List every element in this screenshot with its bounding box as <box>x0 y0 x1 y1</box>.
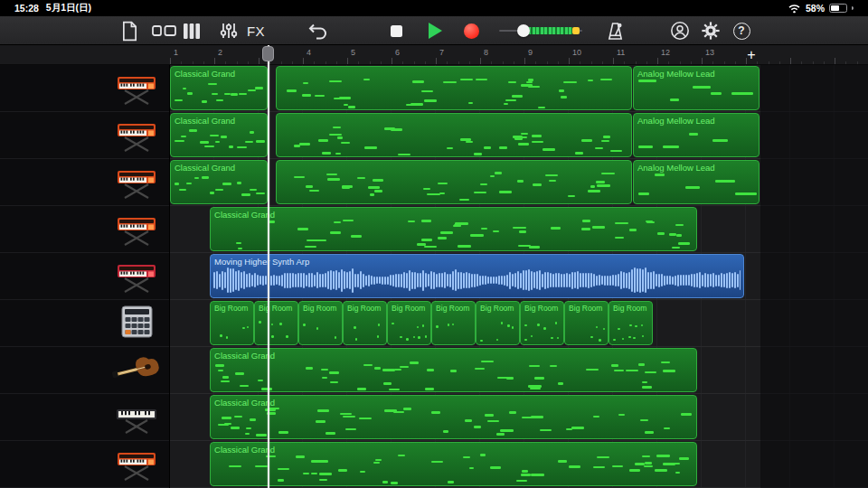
region-classical-grand[interactable]: Classical Grand <box>210 207 697 251</box>
keyboard-white-icon <box>111 397 162 438</box>
track-lane: Classical Grand <box>170 206 868 253</box>
record-button[interactable] <box>458 16 485 45</box>
keyboard-view-button[interactable] <box>180 16 203 45</box>
toolbar: FX <box>0 16 868 45</box>
track-header[interactable] <box>0 206 169 253</box>
ruler-tick <box>326 61 326 65</box>
tracks-view-toggle-button[interactable] <box>149 16 178 45</box>
metronome-button[interactable] <box>602 16 627 45</box>
track-header[interactable] <box>0 347 169 394</box>
region-label: Big Room <box>259 304 292 313</box>
undo-button[interactable] <box>306 16 331 45</box>
region-classical-grand[interactable]: Classical Grand <box>210 442 697 486</box>
status-bar: 15:28 5月1日(日) 58% <box>0 0 868 16</box>
my-songs-button[interactable] <box>116 16 143 45</box>
timeline-ruler[interactable]: 12345678910111213 + <box>0 45 868 65</box>
volume-meter-peak <box>572 27 580 34</box>
region-analog-mellow-lead[interactable]: Analog Mellow Lead <box>633 160 760 204</box>
fx-button[interactable]: FX <box>242 16 269 45</box>
ruler-tick <box>170 58 171 64</box>
region-big-room[interactable]: Big Room <box>254 301 298 345</box>
ruler-tick <box>524 58 525 64</box>
region-classical-grand[interactable]: Classical Grand <box>210 348 697 392</box>
playhead-line <box>268 45 269 488</box>
play-button[interactable] <box>421 16 448 45</box>
ruler-tick <box>469 61 470 65</box>
region-big-room[interactable]: Big Room <box>298 301 343 345</box>
metronome-icon <box>607 22 624 41</box>
add-bars-button[interactable]: + <box>741 45 761 65</box>
midi-notes <box>211 208 696 250</box>
ruler-tick <box>668 61 669 65</box>
settings-button[interactable] <box>698 16 723 45</box>
track-header[interactable] <box>0 159 169 206</box>
ruler-tick <box>779 61 780 65</box>
region-big-room[interactable]: Big Room <box>476 301 520 345</box>
region-big-room[interactable]: Big Room <box>520 301 564 345</box>
region-midi[interactable] <box>276 113 633 157</box>
region-big-room[interactable]: Big Room <box>431 301 476 345</box>
ruler-tick <box>680 61 681 65</box>
region-label: Classical Grand <box>214 398 275 408</box>
playhead-handle[interactable] <box>262 46 274 61</box>
track-header[interactable] <box>0 300 169 347</box>
ruler-tick <box>824 61 825 65</box>
region-big-room[interactable]: Big Room <box>210 301 254 345</box>
region-label: Big Room <box>613 304 646 313</box>
ruler-tick <box>203 61 204 65</box>
ruler-bar-number: 1 <box>174 48 178 57</box>
ruler-tick <box>558 61 559 65</box>
region-big-room[interactable]: Big Room <box>609 301 653 345</box>
help-button[interactable]: ? <box>729 16 754 45</box>
person-button[interactable] <box>667 16 693 45</box>
region-midi[interactable] <box>276 66 633 110</box>
volume-slider[interactable] <box>499 16 582 45</box>
region-classical-grand[interactable]: Classical Grand <box>170 66 268 110</box>
track-header[interactable] <box>0 253 169 300</box>
region-label: Classical Grand <box>175 116 235 126</box>
track-lane: Classical GrandAnalog Mellow Lead <box>170 112 868 159</box>
synth-orange-icon <box>111 68 162 109</box>
region-classical-grand[interactable]: Classical Grand <box>210 395 697 439</box>
ruler-bar-number: 9 <box>528 48 533 57</box>
piano-keys-icon <box>184 23 200 39</box>
ruler-bar-number: 2 <box>218 48 222 57</box>
ruler-tick <box>613 58 614 64</box>
volume-knob[interactable] <box>517 24 530 37</box>
track-header[interactable] <box>0 441 169 488</box>
ruler-bar-number: 10 <box>572 48 581 57</box>
ruler-tick <box>314 61 315 65</box>
region-analog-mellow-lead[interactable]: Analog Mellow Lead <box>633 66 760 110</box>
region-midi[interactable] <box>276 160 633 204</box>
region-big-room[interactable]: Big Room <box>343 301 387 345</box>
ruler-tick <box>237 61 238 65</box>
track-header[interactable] <box>0 394 169 441</box>
track-lane: Big RoomBig RoomBig RoomBig RoomBig Room… <box>170 300 868 347</box>
region-label: Analog Mellow Lead <box>637 69 715 79</box>
region-label: Analog Mellow Lead <box>637 116 715 126</box>
ruler-tick <box>193 61 193 65</box>
ruler-tick <box>358 61 359 65</box>
track-controls-button[interactable] <box>217 16 241 45</box>
ruler-tick <box>735 61 736 65</box>
region-big-room[interactable]: Big Room <box>564 301 609 345</box>
undo-icon <box>307 23 329 40</box>
region-classical-grand[interactable]: Classical Grand <box>170 113 268 157</box>
region-label: Big Room <box>569 304 602 313</box>
track-header[interactable] <box>0 65 169 112</box>
garageband-app: 15:28 5月1日(日) 58% <box>0 0 868 488</box>
region-analog-mellow-lead[interactable]: Analog Mellow Lead <box>633 113 760 157</box>
region-big-room[interactable]: Big Room <box>387 301 431 345</box>
stop-button[interactable] <box>383 16 409 45</box>
region-label: Big Room <box>347 304 381 313</box>
ruler-tick <box>580 61 580 65</box>
region-moving-higher-synth-arp[interactable]: Moving Higher Synth Arp <box>210 254 744 298</box>
ruler-tick <box>381 61 382 65</box>
ruler-bar-number: 6 <box>395 48 400 57</box>
track-header[interactable] <box>0 112 169 159</box>
track-lane: Classical Grand <box>170 394 868 441</box>
ruler-tick <box>336 61 337 65</box>
ruler-tick <box>624 61 625 65</box>
track-lane: Classical GrandAnalog Mellow Lead <box>170 65 868 112</box>
region-classical-grand[interactable]: Classical Grand <box>170 160 268 204</box>
